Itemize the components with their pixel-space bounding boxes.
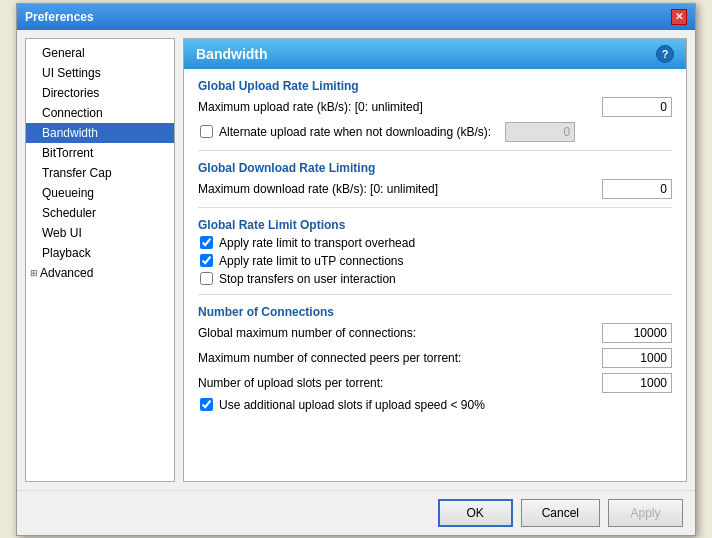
sidebar-item-label: Playback bbox=[42, 246, 91, 260]
preferences-dialog: Preferences ✕ GeneralUI SettingsDirector… bbox=[16, 3, 696, 536]
sidebar-item-label: Web UI bbox=[42, 226, 82, 240]
field-row-upload-slots: Number of upload slots per torrent: bbox=[198, 373, 672, 393]
section-title-rate-limit-options: Global Rate Limit Options bbox=[198, 218, 672, 232]
sidebar-item-bandwidth[interactable]: Bandwidth bbox=[26, 123, 174, 143]
sidebar-item-bittorrent[interactable]: BitTorrent bbox=[26, 143, 174, 163]
sidebar-item-queueing[interactable]: Queueing bbox=[26, 183, 174, 203]
checkbox-label-alt-upload: Alternate upload rate when not downloadi… bbox=[219, 125, 491, 139]
sidebar-item-label: Queueing bbox=[42, 186, 94, 200]
sidebar-item-label: BitTorrent bbox=[42, 146, 93, 160]
content-body: Global Upload Rate LimitingMaximum uploa… bbox=[184, 69, 686, 481]
checkbox-stop-transfers[interactable] bbox=[200, 272, 213, 285]
sidebar-item-web-ui[interactable]: Web UI bbox=[26, 223, 174, 243]
content-panel: Bandwidth ? Global Upload Rate LimitingM… bbox=[183, 38, 687, 482]
sidebar-item-scheduler[interactable]: Scheduler bbox=[26, 203, 174, 223]
ok-button[interactable]: OK bbox=[438, 499, 513, 527]
field-label-max-upload: Maximum upload rate (kB/s): [0: unlimite… bbox=[198, 100, 602, 114]
sidebar-item-label: UI Settings bbox=[42, 66, 101, 80]
checkbox-additional-upload-slots[interactable] bbox=[200, 398, 213, 411]
sidebar-item-label: Advanced bbox=[40, 266, 93, 280]
checkbox-label-utp-connections: Apply rate limit to uTP connections bbox=[219, 254, 404, 268]
sidebar-item-label: Bandwidth bbox=[42, 126, 98, 140]
field-input-max-download[interactable] bbox=[602, 179, 672, 199]
expand-icon: ⊞ bbox=[30, 268, 38, 278]
sidebar-item-transfer-cap[interactable]: Transfer Cap bbox=[26, 163, 174, 183]
field-input-max-upload[interactable] bbox=[602, 97, 672, 117]
content-title: Bandwidth bbox=[196, 46, 268, 62]
field-input-max-peers[interactable] bbox=[602, 348, 672, 368]
field-label-max-peers: Maximum number of connected peers per to… bbox=[198, 351, 602, 365]
sidebar-item-label: Directories bbox=[42, 86, 99, 100]
titlebar: Preferences ✕ bbox=[17, 4, 695, 30]
section-title-download: Global Download Rate Limiting bbox=[198, 161, 672, 175]
checkbox-label-stop-transfers: Stop transfers on user interaction bbox=[219, 272, 396, 286]
cancel-button[interactable]: Cancel bbox=[521, 499, 600, 527]
checkbox-row-transport-overhead: Apply rate limit to transport overhead bbox=[198, 236, 672, 250]
checkbox-input-alt-upload[interactable] bbox=[505, 122, 575, 142]
checkbox-utp-connections[interactable] bbox=[200, 254, 213, 267]
section-divider bbox=[198, 294, 672, 295]
dialog-footer: OK Cancel Apply bbox=[17, 490, 695, 535]
field-label-upload-slots: Number of upload slots per torrent: bbox=[198, 376, 602, 390]
checkbox-label-transport-overhead: Apply rate limit to transport overhead bbox=[219, 236, 415, 250]
dialog-title: Preferences bbox=[25, 10, 94, 24]
apply-button[interactable]: Apply bbox=[608, 499, 683, 527]
checkbox-row-stop-transfers: Stop transfers on user interaction bbox=[198, 272, 672, 286]
section-title-connections: Number of Connections bbox=[198, 305, 672, 319]
checkbox-alt-upload[interactable] bbox=[200, 125, 213, 138]
checkbox-label-additional-upload-slots: Use additional upload slots if upload sp… bbox=[219, 398, 485, 412]
section-divider bbox=[198, 207, 672, 208]
field-row-max-upload: Maximum upload rate (kB/s): [0: unlimite… bbox=[198, 97, 672, 117]
field-label-max-download: Maximum download rate (kB/s): [0: unlimi… bbox=[198, 182, 602, 196]
checkbox-transport-overhead[interactable] bbox=[200, 236, 213, 249]
checkbox-row-alt-upload: Alternate upload rate when not downloadi… bbox=[198, 122, 672, 142]
dialog-body: GeneralUI SettingsDirectoriesConnectionB… bbox=[17, 30, 695, 490]
sidebar-item-label: General bbox=[42, 46, 85, 60]
checkbox-row-additional-upload-slots: Use additional upload slots if upload sp… bbox=[198, 398, 672, 412]
help-icon[interactable]: ? bbox=[656, 45, 674, 63]
sidebar-item-label: Connection bbox=[42, 106, 103, 120]
sidebar-item-ui-settings[interactable]: UI Settings bbox=[26, 63, 174, 83]
section-title-upload: Global Upload Rate Limiting bbox=[198, 79, 672, 93]
field-row-global-max-connections: Global maximum number of connections: bbox=[198, 323, 672, 343]
field-input-global-max-connections[interactable] bbox=[602, 323, 672, 343]
field-input-upload-slots[interactable] bbox=[602, 373, 672, 393]
sidebar-item-general[interactable]: General bbox=[26, 43, 174, 63]
sidebar-item-connection[interactable]: Connection bbox=[26, 103, 174, 123]
close-button[interactable]: ✕ bbox=[671, 9, 687, 25]
sidebar: GeneralUI SettingsDirectoriesConnectionB… bbox=[25, 38, 175, 482]
field-row-max-peers: Maximum number of connected peers per to… bbox=[198, 348, 672, 368]
sidebar-item-directories[interactable]: Directories bbox=[26, 83, 174, 103]
sidebar-item-playback[interactable]: Playback bbox=[26, 243, 174, 263]
field-label-global-max-connections: Global maximum number of connections: bbox=[198, 326, 602, 340]
sidebar-item-label: Scheduler bbox=[42, 206, 96, 220]
field-row-max-download: Maximum download rate (kB/s): [0: unlimi… bbox=[198, 179, 672, 199]
sidebar-item-advanced[interactable]: ⊞Advanced bbox=[26, 263, 174, 283]
section-divider bbox=[198, 150, 672, 151]
checkbox-row-utp-connections: Apply rate limit to uTP connections bbox=[198, 254, 672, 268]
sidebar-item-label: Transfer Cap bbox=[42, 166, 112, 180]
content-header: Bandwidth ? bbox=[184, 39, 686, 69]
